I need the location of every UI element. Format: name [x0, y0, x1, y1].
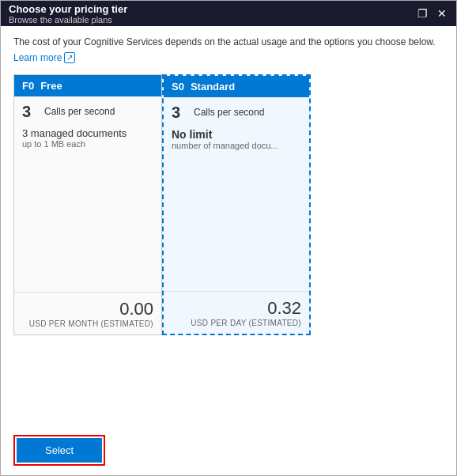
tier-header-f0: F0 Free: [14, 75, 161, 96]
calls-label-s0: Calls per second: [194, 107, 264, 118]
window-title: Choose your pricing tier: [9, 3, 127, 15]
window-body: The cost of your Cognitive Services depe…: [1, 26, 456, 475]
window-subtitle: Browse the available plans: [9, 15, 127, 25]
restore-button[interactable]: ❐: [416, 8, 429, 19]
tier-body-s0: 3 Calls per second No limit number of ma…: [164, 97, 309, 291]
calls-number-s0: 3: [172, 104, 187, 122]
tier-body-f0: 3 Calls per second 3 managed documents u…: [14, 96, 161, 292]
tier-footer-s0: 0.32 USD PER DAY (ESTIMATED): [164, 291, 309, 334]
select-button-wrapper: Select: [13, 435, 105, 466]
tier-name-s0: Standard: [191, 81, 235, 93]
calls-row-f0: 3 Calls per second: [22, 103, 153, 121]
tier-card-s0[interactable]: S0 Standard 3 Calls per second No limit …: [162, 74, 311, 335]
tier-name-f0: Free: [40, 80, 62, 92]
calls-row-s0: 3 Calls per second: [172, 104, 301, 122]
pricing-tier-window: Choose your pricing tier Browse the avai…: [0, 0, 457, 476]
price-amount-s0: 0.32: [172, 298, 301, 319]
tiers-container: F0 Free 3 Calls per second 3 managed doc…: [13, 74, 444, 335]
title-bar-controls: ❐ ✕: [416, 8, 448, 19]
calls-number-f0: 3: [22, 103, 38, 121]
bottom-section: Select: [13, 425, 444, 466]
info-description: The cost of your Cognitive Services depe…: [13, 36, 444, 49]
close-button[interactable]: ✕: [436, 8, 448, 19]
no-limit-s0: No limit: [172, 128, 301, 141]
tier-code-f0: F0: [22, 80, 34, 92]
tier-code-s0: S0: [172, 81, 184, 93]
no-limit-sub-s0: number of managed docu...: [172, 141, 301, 150]
price-amount-f0: 0.00: [22, 299, 153, 319]
learn-more-link[interactable]: Learn more ↗: [13, 52, 444, 63]
title-bar: Choose your pricing tier Browse the avai…: [1, 1, 456, 26]
price-unit-s0: USD PER DAY (ESTIMATED): [172, 319, 301, 327]
select-button[interactable]: Select: [17, 438, 102, 463]
docs-main-f0: 3 managed documents: [22, 127, 153, 139]
calls-label-f0: Calls per second: [44, 106, 115, 117]
learn-more-label: Learn more: [13, 52, 62, 63]
tier-card-f0[interactable]: F0 Free 3 Calls per second 3 managed doc…: [13, 74, 162, 335]
external-link-icon: ↗: [64, 52, 75, 63]
title-bar-left: Choose your pricing tier Browse the avai…: [9, 3, 127, 25]
price-unit-f0: USD PER MONTH (ESTIMATED): [22, 319, 153, 328]
tier-footer-f0: 0.00 USD PER MONTH (ESTIMATED): [14, 292, 161, 334]
docs-sub-f0: up to 1 MB each: [22, 139, 153, 149]
tier-header-s0: S0 Standard: [164, 76, 309, 97]
